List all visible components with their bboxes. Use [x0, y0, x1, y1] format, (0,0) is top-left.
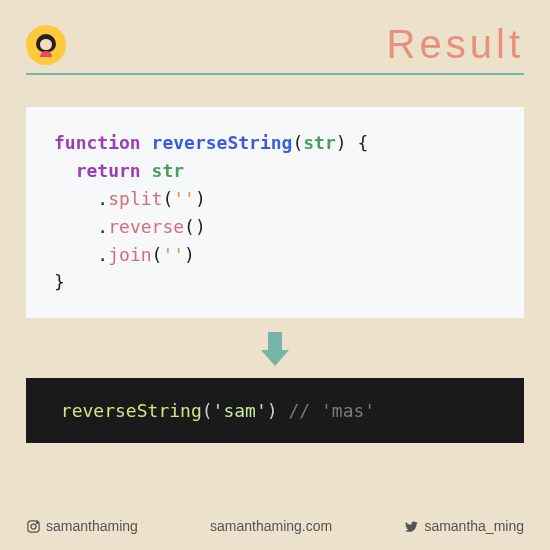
- instagram-text: samanthaming: [46, 518, 138, 534]
- code-definition-block: function reverseString(str) { return str…: [26, 107, 524, 318]
- twitter-text: samantha_ming: [424, 518, 524, 534]
- divider: [26, 73, 524, 75]
- instagram-handle: samanthaming: [26, 518, 138, 534]
- call-function-name: reverseString: [61, 400, 202, 421]
- method-reverse: reverse: [108, 216, 184, 237]
- page-title: Result: [387, 22, 524, 67]
- function-name: reverseString: [152, 132, 293, 153]
- open-brace: {: [347, 132, 369, 153]
- var-str: str: [152, 160, 185, 181]
- keyword-return: return: [76, 160, 141, 181]
- empty-string-1: '': [173, 188, 195, 209]
- close-brace: }: [54, 271, 65, 292]
- method-split: split: [108, 188, 162, 209]
- arrow-down-icon: [26, 332, 524, 366]
- svg-point-2: [36, 522, 37, 523]
- call-arg: 'sam': [213, 400, 267, 421]
- keyword-function: function: [54, 132, 141, 153]
- instagram-icon: [26, 519, 41, 534]
- footer: samanthaming samanthaming.com samantha_m…: [26, 518, 524, 534]
- avatar: [26, 25, 66, 65]
- svg-point-1: [31, 524, 36, 529]
- website-text: samanthaming.com: [210, 518, 332, 534]
- empty-string-2: '': [162, 244, 184, 265]
- twitter-icon: [404, 519, 419, 534]
- code-result-block: reverseString('sam') // 'mas': [26, 378, 524, 443]
- website-link: samanthaming.com: [210, 518, 332, 534]
- method-join: join: [108, 244, 151, 265]
- twitter-handle: samantha_ming: [404, 518, 524, 534]
- header: Result: [26, 22, 524, 67]
- param-str: str: [303, 132, 336, 153]
- result-comment: // 'mas': [288, 400, 375, 421]
